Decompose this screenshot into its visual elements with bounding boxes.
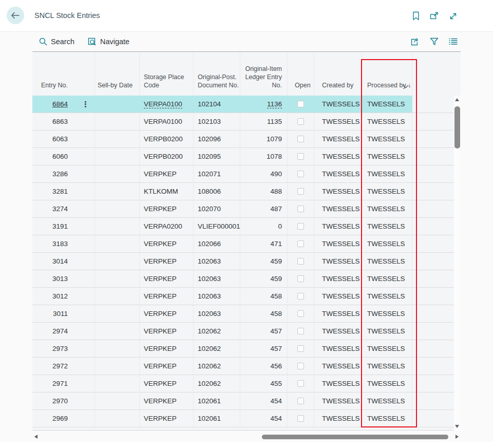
expand-icon[interactable]	[448, 11, 458, 21]
open-checkbox[interactable]	[297, 188, 304, 195]
cell-created-by: TWESSELS	[314, 96, 362, 113]
cell-processed-by: TWESSELS	[362, 410, 412, 427]
cell-sell-by-date	[95, 288, 140, 305]
table-row[interactable]: 3011VERPKEP102063458TWESSELSTWESSELS	[32, 305, 454, 323]
column-header-document-no[interactable]: Original-Post. Document No.	[194, 52, 240, 96]
entry-no-link[interactable]: 6864	[52, 100, 68, 108]
open-checkbox[interactable]	[297, 293, 304, 300]
cell-open	[288, 305, 314, 322]
row-menu-icon[interactable]: ⋮	[82, 100, 89, 109]
column-header-label: Created by	[322, 81, 353, 89]
scroll-right-arrow-icon[interactable]	[456, 435, 459, 439]
navigate-label: Navigate	[100, 38, 129, 46]
vertical-scrollbar-thumb[interactable]	[454, 106, 460, 148]
column-header-storage-place-code[interactable]: Storage Place Code	[140, 52, 194, 96]
vertical-scrollbar[interactable]	[454, 96, 461, 431]
cell-sell-by-date	[95, 305, 140, 322]
cell-value: 3191	[52, 222, 68, 230]
cell-value: 102063	[198, 257, 221, 265]
column-header-sell-by-date[interactable]: Sell-by Date	[95, 52, 140, 96]
filter-icon[interactable]	[429, 36, 439, 47]
cell-value: VERPKEP	[144, 345, 177, 352]
cell-value: 102063	[198, 275, 221, 283]
cell-ledger-entry-no: 456	[240, 358, 288, 375]
cell-value: VERPKEP	[144, 275, 177, 283]
open-checkbox[interactable]	[297, 101, 304, 107]
open-checkbox[interactable]	[297, 171, 304, 177]
open-in-new-window-icon[interactable]	[429, 11, 440, 21]
open-checkbox[interactable]	[297, 345, 304, 352]
open-checkbox[interactable]	[297, 275, 304, 282]
table-row[interactable]: 3183VERPKEP102066471TWESSELSTWESSELS	[32, 235, 454, 253]
column-header-processed-by[interactable]: Processed by ↓	[362, 52, 412, 96]
scroll-left-arrow-icon[interactable]	[34, 435, 37, 439]
table-row[interactable]: 2974VERPKEP102062457TWESSELSTWESSELS	[32, 323, 454, 340]
cell-filler	[412, 253, 454, 270]
cell-processed-by: TWESSELS	[362, 235, 412, 252]
search-button[interactable]: Search	[39, 38, 74, 46]
table-row[interactable]: 2971VERPKEP102062455TWESSELSTWESSELS	[32, 375, 454, 393]
table-row[interactable]: 3014VERPKEP102063459TWESSELSTWESSELS	[32, 253, 454, 270]
open-checkbox[interactable]	[297, 240, 304, 247]
table-row[interactable]: 3274VERPKEP102070487TWESSELSTWESSELS	[32, 200, 454, 218]
cell-open	[288, 253, 314, 270]
open-checkbox[interactable]	[297, 206, 304, 212]
cell-ledger-entry-no: 488	[240, 183, 288, 200]
open-checkbox[interactable]	[297, 258, 304, 265]
cell-sell-by-date	[95, 130, 140, 147]
table-row[interactable]: 3286VERPKEP102071490TWESSELSTWESSELS	[32, 165, 454, 183]
open-checkbox[interactable]	[297, 363, 304, 369]
cell-value: 490	[270, 170, 282, 178]
horizontal-scrollbar-thumb[interactable]	[262, 435, 448, 439]
column-header-ledger-entry-no[interactable]: Original-Item Ledger Entry No.	[240, 52, 288, 96]
column-header-entry-no[interactable]: Entry No.	[32, 52, 95, 96]
cell-value: 1079	[267, 135, 282, 143]
table-row[interactable]: 2970VERPKEP102061454TWESSELSTWESSELS	[32, 393, 454, 410]
table-row[interactable]: 2969VERPKEP102061454TWESSELSTWESSELS	[32, 410, 454, 427]
storage-place-code-link[interactable]: VERPA0100	[144, 100, 182, 108]
open-checkbox[interactable]	[297, 223, 304, 230]
table-row[interactable]: 6063VERPB02001020961079TWESSELSTWESSELS	[32, 130, 454, 148]
scroll-up-arrow-icon[interactable]	[455, 98, 459, 101]
cell-created-by: TWESSELS	[314, 183, 362, 200]
table-row[interactable]: 3281KTLKOMM108006488TWESSELSTWESSELS	[32, 183, 454, 200]
cell-open	[288, 130, 314, 147]
cell-ledger-entry-no: 1136	[240, 96, 288, 113]
navigate-icon	[88, 38, 97, 46]
table-row[interactable]: 3013VERPKEP102063459TWESSELSTWESSELS	[32, 270, 454, 288]
column-header-open[interactable]: Open	[288, 52, 314, 96]
show-list-icon[interactable]	[448, 36, 458, 47]
cell-created-by: TWESSELS	[314, 375, 362, 392]
table-row[interactable]: 6060VERPB02001020951078TWESSELSTWESSELS	[32, 148, 454, 165]
cell-value: TWESSELS	[322, 292, 360, 300]
table-row[interactable]: 2972VERPKEP102062456TWESSELSTWESSELS	[32, 358, 454, 375]
chevron-down-icon[interactable]	[403, 85, 409, 88]
open-checkbox[interactable]	[297, 328, 304, 334]
column-header-created-by[interactable]: Created by	[314, 52, 362, 96]
open-checkbox[interactable]	[297, 310, 304, 317]
open-checkbox[interactable]	[297, 415, 304, 422]
cell-value: 3012	[52, 292, 68, 300]
cell-entry-no: 2971	[32, 375, 95, 392]
open-checkbox[interactable]	[297, 380, 304, 387]
open-checkbox[interactable]	[297, 153, 304, 160]
cell-value: TWESSELS	[367, 257, 405, 265]
cell-value: 102061	[198, 397, 221, 405]
open-checkbox[interactable]	[297, 398, 304, 404]
table-row[interactable]: 6864⋮VERPA01001021041136TWESSELSTWESSELS	[32, 96, 454, 113]
table-row[interactable]: 3191VERPA0200VLIEF0000010TWESSELSTWESSEL…	[32, 218, 454, 235]
back-button[interactable]	[7, 7, 24, 24]
table-row[interactable]: 2973VERPKEP102062457TWESSELSTWESSELS	[32, 340, 454, 358]
ledger-entry-no-link[interactable]: 1136	[267, 100, 282, 108]
bookmark-icon[interactable]	[411, 11, 421, 21]
open-checkbox[interactable]	[297, 118, 304, 125]
table-row[interactable]: 6863VERPA01001021031135TWESSELSTWESSELS	[32, 113, 454, 130]
cell-value: VERPKEP	[144, 327, 177, 335]
navigate-button[interactable]: Navigate	[88, 38, 129, 46]
table-row[interactable]: 3012VERPKEP102063458TWESSELSTWESSELS	[32, 288, 454, 305]
open-checkbox[interactable]	[297, 136, 304, 142]
horizontal-scrollbar[interactable]	[32, 433, 461, 441]
cell-document-no: 102062	[194, 323, 240, 340]
scroll-down-arrow-icon[interactable]	[455, 425, 459, 428]
share-icon[interactable]	[410, 36, 420, 47]
